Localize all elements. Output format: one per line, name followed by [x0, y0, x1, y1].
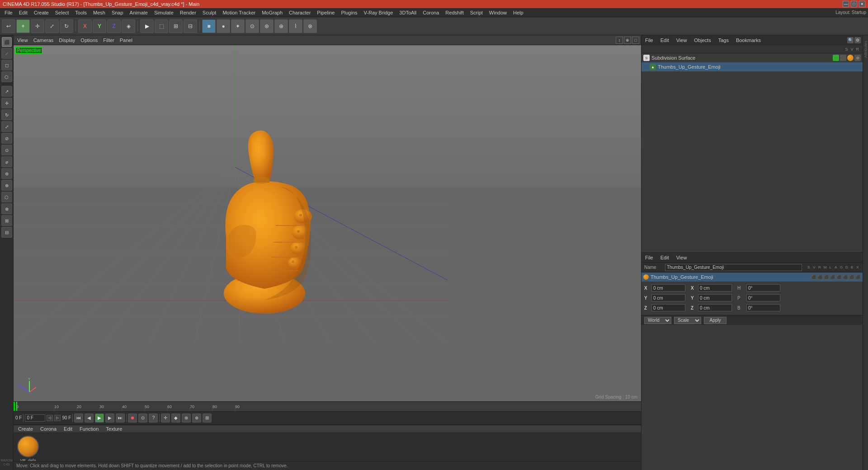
- go-to-start-btn[interactable]: ⏮: [74, 414, 83, 423]
- loop-btn[interactable]: ⊗: [182, 414, 191, 423]
- viewport-area[interactable]: View Cameras Display Options Filter Pane…: [14, 35, 641, 401]
- menu-mograph[interactable]: MoGraph: [259, 9, 285, 16]
- object-cam-btn[interactable]: ⊙: [245, 19, 259, 33]
- menu-animate[interactable]: Animate: [127, 9, 151, 16]
- render-active-btn[interactable]: ⊞: [169, 19, 183, 33]
- vp-camera-btn[interactable]: ⊕: [624, 37, 631, 44]
- render-all-btn[interactable]: ⊟: [184, 19, 197, 33]
- help-btn[interactable]: ?: [149, 414, 158, 423]
- menu-vray-bridge[interactable]: V-Ray Bridge: [361, 9, 396, 16]
- obj-menu-tags[interactable]: Tags: [717, 37, 731, 44]
- scale-dropdown[interactable]: Scale: [674, 317, 701, 324]
- object-deform-btn[interactable]: ⊛: [260, 19, 274, 33]
- selected-object-row[interactable]: Thumbs_Up_Gesture_Emoji ⬛ ⬛ ⬛ ⬛ ⬛ ⬛ ⬛ ⬛: [642, 273, 863, 282]
- menu-mesh[interactable]: Mesh: [90, 9, 108, 16]
- key-btn[interactable]: ◆: [171, 414, 180, 423]
- obj-menu-view[interactable]: View: [675, 37, 689, 44]
- menu-snap[interactable]: Snap: [109, 9, 126, 16]
- p-input[interactable]: [746, 294, 780, 301]
- object-special-btn[interactable]: ⊗: [303, 19, 317, 33]
- tool-custom8[interactable]: ⊟: [1, 227, 12, 238]
- mode-poly[interactable]: ◻: [1, 60, 12, 70]
- object-env-btn[interactable]: ⊕: [274, 19, 288, 33]
- render-view-btn[interactable]: ▶: [140, 19, 154, 33]
- mat-menu-corona[interactable]: Corona: [38, 425, 58, 432]
- scale-tool[interactable]: ⤢: [45, 19, 59, 33]
- world-dropdown[interactable]: World: [644, 317, 671, 324]
- tool-custom7[interactable]: ⊞: [1, 215, 12, 226]
- tool-custom4[interactable]: ⊕: [1, 180, 12, 191]
- tool-rotate[interactable]: ↻: [1, 109, 12, 120]
- menu-create[interactable]: Create: [31, 9, 52, 16]
- mode-edges[interactable]: ⟋: [1, 48, 12, 59]
- pos-x2-input[interactable]: [698, 284, 732, 291]
- next-frame-btn[interactable]: ▶: [105, 414, 114, 423]
- new-object-button[interactable]: +: [16, 19, 30, 33]
- attr-menu-edit[interactable]: Edit: [659, 254, 671, 261]
- object-sphere-btn[interactable]: ●: [217, 19, 230, 33]
- undo-button[interactable]: ↩: [2, 19, 15, 33]
- minimize-button[interactable]: —: [843, 1, 849, 7]
- menu-help[interactable]: Help: [510, 9, 526, 16]
- tool-move[interactable]: ✛: [1, 98, 12, 108]
- menu-tools[interactable]: Tools: [72, 9, 90, 16]
- menu-sculpt[interactable]: Sculpt: [200, 9, 219, 16]
- obj-row-thumbs[interactable]: ▲ Thumbs_Up_Gesture_Emoji: [642, 62, 863, 71]
- menu-render[interactable]: Render: [177, 9, 199, 16]
- h-input[interactable]: [746, 284, 780, 291]
- material-sphere[interactable]: [17, 436, 39, 457]
- obj-menu-file[interactable]: File: [643, 37, 655, 44]
- x-axis-btn[interactable]: X: [78, 19, 92, 33]
- timeline-extra-btn[interactable]: ⊞: [203, 414, 212, 423]
- obj-search-icon[interactable]: 🔍: [847, 37, 854, 43]
- obj-menu-bookmarks[interactable]: Bookmarks: [734, 37, 763, 44]
- menu-script[interactable]: Script: [467, 9, 486, 16]
- tool-custom6[interactable]: ⊗: [1, 203, 12, 214]
- menu-character[interactable]: Character: [286, 9, 313, 16]
- menu-select[interactable]: Select: [52, 9, 72, 16]
- autokey-btn[interactable]: ⊙: [138, 414, 147, 423]
- menu-pipeline[interactable]: Pipeline: [314, 9, 337, 16]
- pos-z-input[interactable]: [651, 304, 685, 311]
- rotate-tool[interactable]: ↻: [60, 19, 73, 33]
- tool-brush[interactable]: ⌀: [1, 156, 12, 167]
- attr-name-input[interactable]: [665, 264, 802, 271]
- obj-row-subdivision[interactable]: S Subdivision Surface ⊙: [642, 53, 863, 62]
- object-spline-btn[interactable]: ⌇: [289, 19, 302, 33]
- y-axis-btn[interactable]: Y: [93, 19, 106, 33]
- frame-down-btn[interactable]: ◁: [47, 415, 53, 421]
- pos-x-input[interactable]: [651, 284, 685, 291]
- frame-input[interactable]: [25, 414, 45, 422]
- object-cube-btn[interactable]: ■: [202, 19, 216, 33]
- mat-menu-edit[interactable]: Edit: [62, 425, 74, 432]
- viewport-canvas[interactable]: Perspective Grid Spacing : 10 cm X Y Z: [14, 45, 641, 401]
- tool-select[interactable]: ↗: [1, 86, 12, 97]
- menu-file[interactable]: File: [2, 9, 15, 16]
- motion-btn[interactable]: ✛: [161, 414, 170, 423]
- bounce-btn[interactable]: ⊕: [192, 414, 201, 423]
- menu-redshift[interactable]: Redshift: [443, 9, 466, 16]
- obj-menu-objects[interactable]: Objects: [692, 37, 712, 44]
- vp-menu-view[interactable]: View: [15, 37, 30, 44]
- tool-scale[interactable]: ⤢: [1, 121, 12, 132]
- obj-settings-icon[interactable]: ⚙: [854, 37, 861, 43]
- vp-render-btn[interactable]: □: [632, 37, 639, 44]
- tool-custom3[interactable]: ⊛: [1, 168, 12, 179]
- menu-window[interactable]: Window: [486, 9, 509, 16]
- object-light-btn[interactable]: ✦: [231, 19, 245, 33]
- menu-corona[interactable]: Corona: [420, 9, 442, 16]
- play-btn[interactable]: ▶: [95, 414, 104, 423]
- record-btn[interactable]: ⏺: [128, 414, 137, 423]
- render-region-btn[interactable]: ⬚: [155, 19, 168, 33]
- apply-button[interactable]: Apply: [704, 317, 726, 324]
- vp-menu-cameras[interactable]: Cameras: [32, 37, 56, 44]
- mode-points[interactable]: ⬛: [2, 37, 12, 47]
- vp-menu-filter[interactable]: Filter: [101, 37, 116, 44]
- close-button[interactable]: ✕: [859, 1, 865, 7]
- world-axis-btn[interactable]: ◈: [122, 19, 135, 33]
- vp-expand-btn[interactable]: ↕: [616, 37, 623, 44]
- attr-menu-view[interactable]: View: [675, 254, 689, 261]
- mat-menu-texture[interactable]: Texture: [104, 425, 124, 432]
- maximize-button[interactable]: □: [851, 1, 857, 7]
- pos-y-input[interactable]: [651, 294, 685, 301]
